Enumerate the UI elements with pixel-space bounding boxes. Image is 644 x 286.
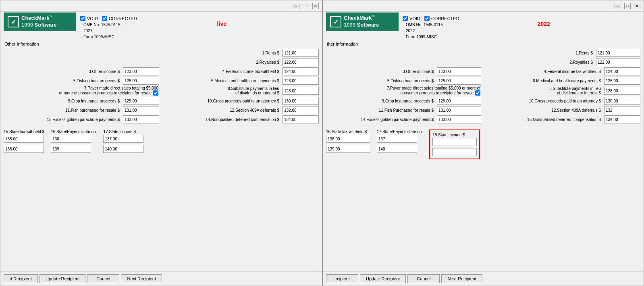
fishing-label-left: 5.Fishing boat proceeds $: [4, 79, 121, 83]
medical-input-right[interactable]: [604, 77, 640, 85]
royalties-label-right: 2.Royalties $: [326, 60, 594, 65]
check-icon-left: ✓: [8, 16, 19, 27]
nonqualified-label-right: 15.Nonqualified deferred compensation $: [485, 117, 602, 122]
update-recipient-button-left[interactable]: Update Recipient: [39, 274, 85, 283]
crop-label-right: 9.Crop insurance proceeds $: [326, 99, 435, 103]
rents-label-left: 1.Rents $: [4, 51, 281, 55]
close-button-right[interactable]: ✕: [634, 3, 640, 9]
cancel-button-right[interactable]: Cancel: [407, 274, 440, 283]
update-recipient-button-right[interactable]: Update Recipient: [360, 274, 406, 283]
state-tax-input1-left[interactable]: [4, 135, 44, 143]
fishing-label-right: 5.Fishing boat proceeds $: [326, 79, 435, 83]
other-info-label-right: ther Information: [323, 41, 644, 47]
state-income-input2-left[interactable]: [103, 145, 143, 153]
federal-tax-input-right[interactable]: [604, 67, 640, 75]
section409-label-right: 12.Section 409A deferrals $: [485, 108, 602, 113]
medical-label-left: 6.Medical and health care payments $: [163, 79, 281, 83]
substitute-label-left: 8.Substitute payments in lieu of dividen…: [164, 86, 281, 95]
omb-info-right: OMB No. 1545-0115 2022 Form 1099-MISC: [406, 22, 459, 40]
gross-proceeds-input-left[interactable]: [283, 97, 319, 105]
state-income-group-right: 18.State income $: [429, 129, 480, 159]
form-body-left: 1.Rents $ 2.Royalties $ 3.Other income $…: [0, 47, 322, 271]
state-payer-label-left: 16.State/Payer's state no.: [51, 129, 97, 134]
fish-resale-input-right[interactable]: [437, 106, 481, 114]
corrected-checkbox-right[interactable]: [424, 16, 430, 21]
rents-input-left[interactable]: [283, 49, 319, 57]
rents-input-right[interactable]: [596, 49, 640, 57]
fish-resale-label-left: 11.Fish purchased for resale $: [4, 108, 121, 113]
prev-recipient-button-left[interactable]: d Recipient: [4, 274, 38, 283]
title-bar-left: ─ □ ✕: [0, 0, 322, 12]
year-label-right: 2022: [538, 17, 550, 27]
gross-proceeds-input-right[interactable]: [604, 97, 640, 105]
state-payer-group-left: 16.State/Payer's state no.: [51, 129, 97, 153]
federal-tax-input-left[interactable]: [283, 67, 319, 75]
left-window: ─ □ ✕ ✓ CheckMark™ 1099 Software VOID CO…: [0, 0, 322, 286]
direct-sales-checkbox-right[interactable]: [475, 90, 480, 96]
state-payer-input2-left[interactable]: [51, 145, 91, 153]
state-income-label-right: 18.State income $: [432, 133, 477, 137]
form-body-right: 1.Rents $ 2.Royalties $ 3.Other income $…: [323, 47, 644, 271]
state-income-input1-left[interactable]: [103, 135, 143, 143]
brand-num-right: 1099 Software: [344, 22, 379, 29]
gross-proceeds-label-left: 10.Gross proceeds paid to an attorney $: [163, 99, 281, 103]
void-checkbox-right[interactable]: [403, 16, 408, 21]
section409-input-right[interactable]: [604, 106, 640, 114]
corrected-checkbox-left[interactable]: [102, 16, 107, 21]
check-icon-right: ✓: [330, 16, 341, 27]
prev-recipient-button-right[interactable]: ecipient: [326, 274, 358, 283]
crop-input-left[interactable]: [123, 97, 159, 105]
excess-golden-input-right[interactable]: [437, 115, 481, 123]
maximize-button-left[interactable]: □: [303, 3, 309, 9]
other-income-input-left[interactable]: [123, 67, 159, 75]
next-recipient-button-right[interactable]: Next Recipient: [441, 274, 482, 283]
state-section-left: 15.State tax withheld $ 16.State/Payer's…: [4, 127, 319, 153]
state-section-right: 16.State tax withheld $ 17.State/Payer's…: [326, 127, 640, 159]
state-payer-input2-right[interactable]: [377, 145, 417, 153]
fishing-input-left[interactable]: [123, 77, 159, 85]
state-tax-input2-right[interactable]: [326, 145, 370, 153]
state-tax-input2-left[interactable]: [4, 145, 44, 153]
royalties-input-right[interactable]: [596, 58, 640, 66]
section409-label-left: 12.Section 409A deferrals $: [163, 108, 281, 113]
nonqualified-input-right[interactable]: [604, 115, 640, 123]
void-row-right: VOID CORRECTED: [403, 16, 459, 21]
rents-label-right: 1.Rents $: [326, 51, 594, 55]
button-row-left: d Recipient Update Recipient Cancel Next…: [0, 271, 322, 286]
void-row-left: VOID CORRECTED: [80, 16, 137, 21]
maximize-button-right[interactable]: □: [624, 3, 631, 9]
excess-golden-input-left[interactable]: [123, 115, 159, 123]
corrected-label-left: CORRECTED: [109, 16, 137, 21]
state-income-input2-right[interactable]: [432, 148, 477, 156]
state-tax-input1-right[interactable]: [326, 135, 370, 143]
cancel-button-left[interactable]: Cancel: [87, 274, 119, 283]
substitute-input-right[interactable]: [604, 87, 640, 95]
fishing-input-right[interactable]: [437, 77, 481, 85]
medical-input-left[interactable]: [283, 77, 319, 85]
next-recipient-button-left[interactable]: Next Recipient: [121, 274, 162, 283]
state-payer-input1-right[interactable]: [377, 135, 417, 143]
direct-sales-checkbox-left[interactable]: [153, 90, 158, 96]
omb-info-left: OMB No. 1545-0115 2021 Form 1099-MISC: [83, 22, 137, 40]
excess-golden-label-left: 13.Excess golden parachute payments $: [4, 117, 121, 122]
section409-input-left[interactable]: [283, 106, 319, 114]
void-checkbox-left[interactable]: [80, 16, 85, 21]
state-payer-group-right: 17.State/Payer's state no.: [377, 129, 423, 153]
royalties-label-left: 2.Royalties $: [4, 60, 281, 65]
minimize-button-left[interactable]: ─: [293, 3, 299, 9]
close-button-left[interactable]: ✕: [312, 3, 319, 9]
federal-tax-label-right: 4.Federal income tax withheld $: [485, 69, 602, 74]
royalties-input-left[interactable]: [283, 58, 319, 66]
nonqualified-input-left[interactable]: [283, 115, 319, 123]
void-label-right: VOID: [409, 16, 420, 21]
substitute-label-right: 8.Substitute payments in lieu of dividen…: [486, 86, 602, 95]
other-income-input-right[interactable]: [437, 67, 481, 75]
state-income-input1-right[interactable]: [432, 138, 477, 146]
crop-input-right[interactable]: [437, 97, 481, 105]
logo-right: ✓ CheckMark™ 1099 Software: [326, 13, 399, 31]
minimize-button-right[interactable]: ─: [615, 3, 621, 9]
state-payer-input1-left[interactable]: [51, 135, 91, 143]
fish-resale-input-left[interactable]: [123, 106, 159, 114]
substitute-input-left[interactable]: [283, 87, 319, 95]
gross-proceeds-label-right: 10.Gross proceeds paid to an attorney $: [485, 99, 602, 103]
